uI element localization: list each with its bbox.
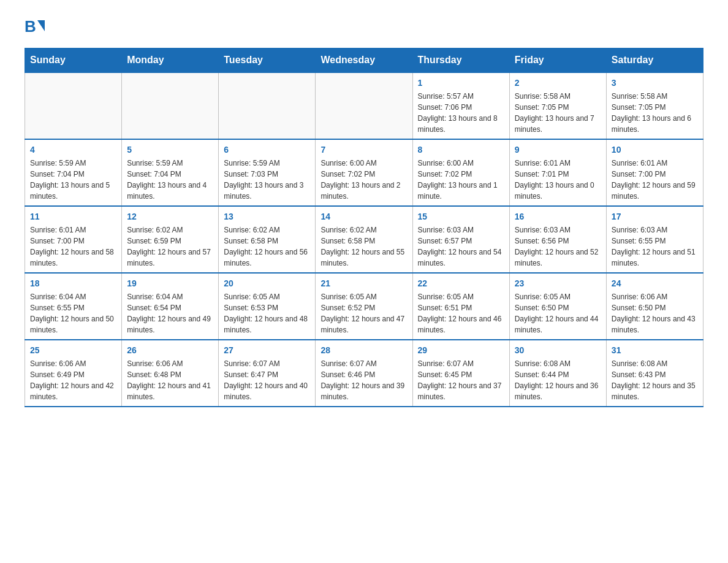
day-number: 9 bbox=[515, 144, 601, 156]
day-of-week-header: Friday bbox=[509, 48, 606, 73]
calendar-cell: 22Sunrise: 6:05 AMSunset: 6:51 PMDayligh… bbox=[412, 273, 509, 340]
day-number: 8 bbox=[418, 144, 504, 156]
calendar-cell: 3Sunrise: 5:58 AMSunset: 7:05 PMDaylight… bbox=[606, 72, 703, 139]
day-number: 13 bbox=[224, 210, 310, 223]
day-number: 17 bbox=[612, 210, 698, 223]
day-number: 14 bbox=[320, 210, 407, 223]
calendar-cell: 23Sunrise: 6:05 AMSunset: 6:50 PMDayligh… bbox=[509, 273, 606, 340]
calendar-week-row: 4Sunrise: 5:59 AMSunset: 7:04 PMDaylight… bbox=[25, 139, 703, 206]
day-info: Sunrise: 5:57 AMSunset: 7:06 PMDaylight:… bbox=[418, 91, 504, 135]
calendar-cell: 28Sunrise: 6:07 AMSunset: 6:46 PMDayligh… bbox=[316, 340, 412, 407]
calendar-cell: 11Sunrise: 6:01 AMSunset: 7:00 PMDayligh… bbox=[25, 206, 122, 273]
calendar-cell: 25Sunrise: 6:06 AMSunset: 6:49 PMDayligh… bbox=[25, 340, 122, 407]
day-of-week-header: Saturday bbox=[606, 48, 703, 73]
calendar-cell bbox=[219, 72, 316, 139]
day-of-week-header: Wednesday bbox=[316, 48, 412, 73]
day-number: 1 bbox=[418, 77, 504, 90]
day-number: 15 bbox=[418, 210, 504, 223]
calendar-cell: 21Sunrise: 6:05 AMSunset: 6:52 PMDayligh… bbox=[316, 273, 412, 340]
day-info: Sunrise: 6:02 AMSunset: 6:58 PMDaylight:… bbox=[224, 224, 310, 269]
day-info: Sunrise: 6:05 AMSunset: 6:50 PMDaylight:… bbox=[515, 291, 601, 335]
day-of-week-header: Thursday bbox=[412, 48, 509, 73]
calendar-cell: 31Sunrise: 6:08 AMSunset: 6:43 PMDayligh… bbox=[606, 340, 703, 407]
day-info: Sunrise: 6:01 AMSunset: 7:00 PMDaylight:… bbox=[612, 158, 698, 202]
logo-text: B bbox=[25, 18, 45, 34]
day-number: 2 bbox=[515, 77, 601, 90]
day-number: 11 bbox=[30, 210, 116, 223]
day-number: 20 bbox=[224, 277, 310, 290]
day-info: Sunrise: 6:06 AMSunset: 6:49 PMDaylight:… bbox=[30, 358, 116, 402]
calendar-week-row: 25Sunrise: 6:06 AMSunset: 6:49 PMDayligh… bbox=[25, 340, 703, 407]
calendar-cell: 1Sunrise: 5:57 AMSunset: 7:06 PMDaylight… bbox=[412, 72, 509, 139]
calendar-cell: 27Sunrise: 6:07 AMSunset: 6:47 PMDayligh… bbox=[219, 340, 316, 407]
day-info: Sunrise: 5:59 AMSunset: 7:04 PMDaylight:… bbox=[30, 158, 116, 202]
calendar-cell: 30Sunrise: 6:08 AMSunset: 6:44 PMDayligh… bbox=[509, 340, 606, 407]
day-info: Sunrise: 6:03 AMSunset: 6:57 PMDaylight:… bbox=[418, 224, 504, 269]
calendar-cell: 9Sunrise: 6:01 AMSunset: 7:01 PMDaylight… bbox=[509, 139, 606, 206]
day-info: Sunrise: 6:05 AMSunset: 6:52 PMDaylight:… bbox=[320, 291, 407, 335]
day-info: Sunrise: 6:08 AMSunset: 6:44 PMDaylight:… bbox=[515, 358, 601, 402]
calendar-cell: 16Sunrise: 6:03 AMSunset: 6:56 PMDayligh… bbox=[509, 206, 606, 273]
calendar-cell: 4Sunrise: 5:59 AMSunset: 7:04 PMDaylight… bbox=[25, 139, 122, 206]
day-number: 30 bbox=[515, 344, 601, 357]
calendar-cell: 8Sunrise: 6:00 AMSunset: 7:02 PMDaylight… bbox=[412, 139, 509, 206]
calendar-cell bbox=[316, 72, 412, 139]
calendar-cell: 15Sunrise: 6:03 AMSunset: 6:57 PMDayligh… bbox=[412, 206, 509, 273]
day-number: 22 bbox=[418, 277, 504, 290]
logo: B bbox=[25, 18, 45, 36]
day-of-week-header: Tuesday bbox=[219, 48, 316, 73]
calendar-cell: 20Sunrise: 6:05 AMSunset: 6:53 PMDayligh… bbox=[219, 273, 316, 340]
day-number: 7 bbox=[320, 144, 407, 156]
day-number: 16 bbox=[515, 210, 601, 223]
day-number: 12 bbox=[127, 210, 213, 223]
day-info: Sunrise: 6:01 AMSunset: 7:00 PMDaylight:… bbox=[30, 224, 116, 269]
day-number: 28 bbox=[320, 344, 407, 357]
day-info: Sunrise: 5:58 AMSunset: 7:05 PMDaylight:… bbox=[612, 91, 698, 135]
calendar-cell: 29Sunrise: 6:07 AMSunset: 6:45 PMDayligh… bbox=[412, 340, 509, 407]
day-info: Sunrise: 5:59 AMSunset: 7:03 PMDaylight:… bbox=[224, 158, 310, 202]
day-number: 3 bbox=[612, 77, 698, 90]
day-number: 25 bbox=[30, 344, 116, 357]
day-info: Sunrise: 6:05 AMSunset: 6:51 PMDaylight:… bbox=[418, 291, 504, 335]
day-info: Sunrise: 6:01 AMSunset: 7:01 PMDaylight:… bbox=[515, 158, 601, 202]
calendar-header-row: SundayMondayTuesdayWednesdayThursdayFrid… bbox=[25, 48, 703, 73]
calendar-week-row: 1Sunrise: 5:57 AMSunset: 7:06 PMDaylight… bbox=[25, 72, 703, 139]
day-number: 4 bbox=[30, 144, 116, 156]
calendar-cell bbox=[122, 72, 219, 139]
day-info: Sunrise: 6:00 AMSunset: 7:02 PMDaylight:… bbox=[418, 158, 504, 202]
day-info: Sunrise: 6:07 AMSunset: 6:46 PMDaylight:… bbox=[320, 358, 407, 402]
logo-blue-letter: B bbox=[25, 18, 36, 34]
calendar-cell bbox=[25, 72, 122, 139]
day-number: 29 bbox=[418, 344, 504, 357]
day-info: Sunrise: 6:06 AMSunset: 6:48 PMDaylight:… bbox=[127, 358, 213, 402]
day-info: Sunrise: 5:58 AMSunset: 7:05 PMDaylight:… bbox=[515, 91, 601, 135]
day-info: Sunrise: 6:04 AMSunset: 6:55 PMDaylight:… bbox=[30, 291, 116, 335]
day-info: Sunrise: 6:07 AMSunset: 6:45 PMDaylight:… bbox=[418, 358, 504, 402]
calendar-cell: 5Sunrise: 5:59 AMSunset: 7:04 PMDaylight… bbox=[122, 139, 219, 206]
calendar-cell: 17Sunrise: 6:03 AMSunset: 6:55 PMDayligh… bbox=[606, 206, 703, 273]
calendar-week-row: 18Sunrise: 6:04 AMSunset: 6:55 PMDayligh… bbox=[25, 273, 703, 340]
day-info: Sunrise: 6:06 AMSunset: 6:50 PMDaylight:… bbox=[612, 291, 698, 335]
day-info: Sunrise: 6:07 AMSunset: 6:47 PMDaylight:… bbox=[224, 358, 310, 402]
day-number: 31 bbox=[612, 344, 698, 357]
page-header: B bbox=[25, 18, 703, 36]
calendar-cell: 14Sunrise: 6:02 AMSunset: 6:58 PMDayligh… bbox=[316, 206, 412, 273]
calendar-week-row: 11Sunrise: 6:01 AMSunset: 7:00 PMDayligh… bbox=[25, 206, 703, 273]
calendar-table: SundayMondayTuesdayWednesdayThursdayFrid… bbox=[25, 48, 703, 407]
calendar-cell: 19Sunrise: 6:04 AMSunset: 6:54 PMDayligh… bbox=[122, 273, 219, 340]
calendar-cell: 18Sunrise: 6:04 AMSunset: 6:55 PMDayligh… bbox=[25, 273, 122, 340]
day-number: 19 bbox=[127, 277, 213, 290]
day-number: 27 bbox=[224, 344, 310, 357]
day-number: 10 bbox=[612, 144, 698, 156]
day-info: Sunrise: 6:04 AMSunset: 6:54 PMDaylight:… bbox=[127, 291, 213, 335]
day-number: 6 bbox=[224, 144, 310, 156]
day-info: Sunrise: 5:59 AMSunset: 7:04 PMDaylight:… bbox=[127, 158, 213, 202]
calendar-cell: 24Sunrise: 6:06 AMSunset: 6:50 PMDayligh… bbox=[606, 273, 703, 340]
calendar-cell: 12Sunrise: 6:02 AMSunset: 6:59 PMDayligh… bbox=[122, 206, 219, 273]
day-info: Sunrise: 6:03 AMSunset: 6:56 PMDaylight:… bbox=[515, 224, 601, 269]
day-info: Sunrise: 6:02 AMSunset: 6:59 PMDaylight:… bbox=[127, 224, 213, 269]
day-number: 21 bbox=[320, 277, 407, 290]
day-info: Sunrise: 6:02 AMSunset: 6:58 PMDaylight:… bbox=[320, 224, 407, 269]
day-of-week-header: Sunday bbox=[25, 48, 122, 73]
day-number: 18 bbox=[30, 277, 116, 290]
